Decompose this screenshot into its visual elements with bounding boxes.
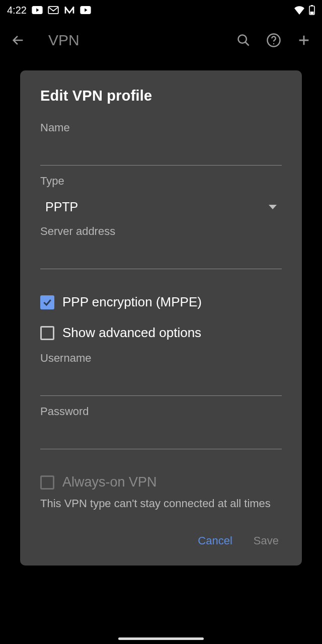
server-input[interactable]: [40, 243, 282, 269]
save-button: Save: [252, 530, 281, 551]
youtube-icon-2: [80, 6, 91, 14]
status-bar: 4:22: [0, 0, 322, 20]
youtube-icon: [32, 6, 43, 14]
password-input[interactable]: [40, 423, 282, 449]
edit-vpn-dialog: Edit VPN profile Name Type PPTP Server a…: [20, 70, 302, 566]
home-indicator[interactable]: [118, 637, 204, 640]
medium-icon: [64, 6, 75, 14]
password-label: Password: [40, 405, 282, 418]
checkbox-checked-icon: [40, 295, 54, 309]
status-time: 4:22: [7, 5, 27, 16]
battery-icon: [309, 5, 315, 15]
advanced-checkbox-row[interactable]: Show advanced options: [40, 325, 282, 341]
name-input[interactable]: [40, 139, 282, 166]
add-button[interactable]: [292, 28, 316, 52]
cancel-button[interactable]: Cancel: [196, 530, 234, 551]
always-on-checkbox-row: Always-on VPN: [40, 474, 282, 490]
checkbox-disabled-icon: [40, 475, 54, 490]
svg-rect-5: [310, 12, 314, 14]
name-label: Name: [40, 121, 282, 134]
dialog-actions: Cancel Save: [40, 530, 282, 551]
gmail-icon: [48, 6, 59, 14]
help-button[interactable]: [262, 28, 286, 52]
type-select[interactable]: PPTP: [40, 193, 282, 221]
wifi-icon: [294, 6, 305, 15]
username-input[interactable]: [40, 370, 282, 396]
type-label: Type: [40, 175, 282, 188]
svg-point-6: [238, 35, 247, 43]
search-button[interactable]: [231, 28, 256, 52]
svg-point-8: [273, 43, 275, 45]
ppp-label: PPP encryption (MPPE): [62, 294, 202, 310]
always-on-label: Always-on VPN: [62, 474, 157, 490]
chevron-down-icon: [269, 205, 277, 209]
app-bar: VPN: [0, 20, 322, 60]
always-on-helper: This VPN type can't stay connected at al…: [40, 497, 282, 510]
back-button[interactable]: [6, 28, 30, 52]
type-value: PPTP: [45, 200, 78, 214]
advanced-label: Show advanced options: [62, 325, 201, 341]
svg-rect-1: [48, 7, 58, 14]
username-label: Username: [40, 352, 282, 365]
dialog-title: Edit VPN profile: [40, 88, 282, 104]
server-label: Server address: [40, 225, 282, 238]
page-title: VPN: [48, 32, 225, 49]
ppp-checkbox-row[interactable]: PPP encryption (MPPE): [40, 294, 282, 310]
checkbox-unchecked-icon: [40, 326, 54, 340]
